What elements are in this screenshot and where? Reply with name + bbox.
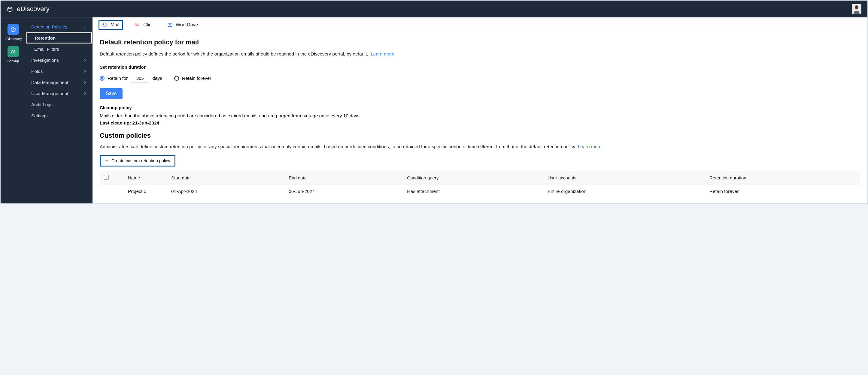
user-avatar[interactable] <box>852 4 861 14</box>
app-header: eDiscovery <box>1 1 867 18</box>
mail-icon <box>102 22 107 28</box>
cell-end: 06-Jun-2024 <box>284 184 403 199</box>
svg-point-3 <box>137 24 138 25</box>
chevron-right-icon <box>83 58 87 62</box>
cell-duration: Retain forever <box>705 184 860 199</box>
svg-point-2 <box>137 24 137 25</box>
nav-holds[interactable]: Holds <box>26 66 93 77</box>
radio-unselected-icon[interactable] <box>174 76 179 81</box>
nav-settings[interactable]: Settings <box>26 110 93 121</box>
custom-policies-title: Custom policies <box>100 132 860 139</box>
rail-label: Backup <box>7 59 19 63</box>
duration-label: Set retention duration <box>100 65 860 70</box>
nav-user-management[interactable]: User Management <box>26 88 93 99</box>
rail-item-ediscovery[interactable]: eDiscovery <box>5 24 22 40</box>
nav-retention-policies[interactable]: Retention Policies <box>26 21 93 32</box>
tab-label: WorkDrive <box>176 22 198 28</box>
tab-label: Cliq <box>143 22 152 28</box>
app-body: eDiscovery Backup Retention Policies Ret… <box>1 18 867 203</box>
custom-policies-table: Name Start date End date Condition query… <box>100 171 860 198</box>
nav-label: Retention Policies <box>31 24 67 29</box>
chevron-right-icon <box>83 69 87 73</box>
tab-mail[interactable]: Mail <box>98 20 123 30</box>
nav-label: Investigations <box>31 58 59 63</box>
app-title: eDiscovery <box>17 5 50 13</box>
custom-policies-desc: Administrators can define custom retenti… <box>100 143 860 150</box>
cliq-icon <box>135 22 140 28</box>
chevron-down-icon <box>83 25 87 29</box>
scroll-content: Default retention policy for mail Defaul… <box>93 33 867 203</box>
save-button[interactable]: Save <box>100 88 123 99</box>
retain-for-option[interactable]: Retain for days <box>100 74 162 83</box>
nav-sub-retention[interactable]: Retention <box>26 32 92 43</box>
learn-more-link[interactable]: Learn more <box>578 144 601 149</box>
nav-sub-label: Email Filters <box>34 46 59 52</box>
tab-bar: Mail Cliq WorkDrive <box>93 18 867 33</box>
table-row[interactable]: Project 5 01-Apr-2024 06-Jun-2024 Has at… <box>100 184 860 199</box>
cell-cond: Has attachment <box>403 184 543 199</box>
ediscovery-icon <box>7 24 19 35</box>
header-left: eDiscovery <box>7 5 50 13</box>
cell-name: Project 5 <box>113 184 167 199</box>
nav-label: Holds <box>31 69 43 74</box>
cleanup-desc: Mails older than the above retention per… <box>100 113 860 118</box>
nav-label: Settings <box>31 113 48 118</box>
learn-more-link[interactable]: Learn more <box>371 51 394 57</box>
col-name: Name <box>113 171 167 184</box>
workdrive-icon <box>167 22 173 28</box>
col-users: User accounts <box>543 171 705 184</box>
backup-icon <box>7 46 19 57</box>
chevron-right-icon <box>83 80 87 84</box>
create-custom-policy-button[interactable]: Create custom retention policy <box>100 155 176 167</box>
cleanup-title: Cleanup policy <box>100 105 860 110</box>
default-policy-desc: Default retention policy defines the per… <box>100 50 860 58</box>
retain-forever-label: Retain forever <box>182 76 211 81</box>
tab-cliq[interactable]: Cliq <box>131 20 155 30</box>
cell-start: 01-Apr-2024 <box>167 184 284 199</box>
select-all-checkbox[interactable] <box>104 175 109 180</box>
days-suffix: days <box>152 76 162 81</box>
table-header-row: Name Start date End date Condition query… <box>100 171 860 184</box>
default-policy-title: Default retention policy for mail <box>100 38 860 46</box>
ediscovery-logo-icon <box>7 6 13 12</box>
tab-workdrive[interactable]: WorkDrive <box>164 20 202 30</box>
nav-investigations[interactable]: Investigations <box>26 55 93 66</box>
radio-selected-icon[interactable] <box>100 76 104 81</box>
retention-radio-group: Retain for days Retain forever <box>100 74 860 83</box>
tab-label: Mail <box>111 22 119 28</box>
cell-users: Entire organization <box>543 184 705 199</box>
chevron-right-icon <box>83 92 87 96</box>
days-input[interactable] <box>131 74 149 83</box>
col-end-date: End date <box>284 171 403 184</box>
retain-forever-option[interactable]: Retain forever <box>174 76 211 81</box>
nav-audit-logs[interactable]: Audit Logs <box>26 99 93 110</box>
col-duration: Retention duration <box>705 171 860 184</box>
col-start-date: Start date <box>167 171 284 184</box>
plus-icon <box>105 159 109 163</box>
sidebar-nav: Retention Policies Retention Email Filte… <box>26 18 93 203</box>
nav-data-management[interactable]: Data Management <box>26 77 93 88</box>
left-rail: eDiscovery Backup <box>1 18 26 203</box>
col-condition: Condition query <box>403 171 543 184</box>
nav-label: Audit Logs <box>31 102 53 107</box>
nav-label: Data Management <box>31 80 68 85</box>
last-cleanup: Last clean up: 21-Jun-2024 <box>100 120 860 126</box>
create-label: Create custom retention policy <box>112 159 170 163</box>
rail-item-backup[interactable]: Backup <box>7 46 19 63</box>
retain-for-label: Retain for <box>107 76 128 81</box>
main-content: Mail Cliq WorkDrive Default retention po… <box>93 18 867 203</box>
nav-label: User Management <box>31 91 68 96</box>
app-frame: eDiscovery eDiscovery Backup Retentio <box>0 0 868 204</box>
nav-sub-email-filters[interactable]: Email Filters <box>26 43 93 55</box>
rail-label: eDiscovery <box>5 37 22 40</box>
nav-sub-label: Retention <box>35 35 56 40</box>
